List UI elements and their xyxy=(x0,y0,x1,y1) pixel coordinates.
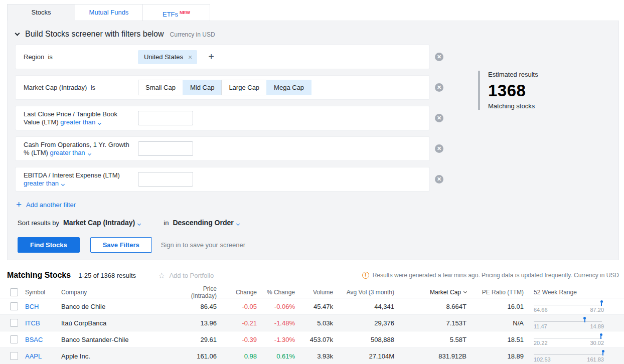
symbol-link[interactable]: BSAC xyxy=(25,336,61,343)
column-header-price[interactable]: Price (Intraday) xyxy=(176,285,217,299)
filter-value-input[interactable] xyxy=(138,141,193,156)
remove-filter-button[interactable]: ✕ xyxy=(435,144,443,153)
market-cap-cell: 7.153T xyxy=(394,319,466,327)
market-cap-segments: Small Cap Mid Cap Large Cap Mega Cap xyxy=(138,80,311,95)
symbol-link[interactable]: BCH xyxy=(25,303,61,310)
filter-operator: is xyxy=(48,53,52,61)
range-slider xyxy=(534,350,604,356)
filter-controls xyxy=(138,111,193,125)
save-filters-button[interactable]: Save Filters xyxy=(90,237,152,253)
collapse-chevron-icon[interactable] xyxy=(15,31,20,36)
select-all-checkbox[interactable] xyxy=(10,288,18,296)
column-header-market-cap[interactable]: Market Cap xyxy=(394,289,466,296)
filter-card-region: Region is United States × + xyxy=(16,45,429,69)
remove-filter-button[interactable]: ✕ xyxy=(435,175,443,184)
segment-mid-cap[interactable]: Mid Cap xyxy=(183,80,221,95)
volume-cell: 453.07k xyxy=(295,336,333,343)
currency-note: Currency in USD xyxy=(170,31,215,38)
column-header-52wk-range[interactable]: 52 Week Range xyxy=(524,289,609,296)
filter-controls: United States × + xyxy=(138,50,214,64)
operator-dropdown[interactable]: greater than xyxy=(24,179,64,187)
table-row[interactable]: AAPL Apple Inc. 161.06 0.98 0.61% 3.93k … xyxy=(0,348,624,364)
column-header-volume[interactable]: Volume xyxy=(295,289,333,296)
warning-icon: ! xyxy=(362,272,369,279)
range-low-label: 11.47 xyxy=(534,323,547,329)
column-header-pe-ratio[interactable]: PE Ratio (TTM) xyxy=(466,289,524,296)
operator-dropdown[interactable]: greater than xyxy=(60,118,101,126)
segment-small-cap[interactable]: Small Cap xyxy=(138,80,183,95)
symbol-link[interactable]: AAPL xyxy=(25,352,61,360)
symbol-link[interactable]: ITCB xyxy=(25,319,61,327)
estimated-results-title: Estimated results xyxy=(488,71,538,78)
operator-dropdown[interactable]: greater than xyxy=(50,149,91,156)
change-cell: -0.39 xyxy=(217,336,257,343)
range-low-label: 64.66 xyxy=(534,307,548,313)
column-header-symbol[interactable]: Symbol xyxy=(25,289,61,296)
screener-title: Build Stocks screener with filters below xyxy=(25,30,164,39)
operator-label: greater than xyxy=(50,149,85,156)
row-checkbox[interactable] xyxy=(10,302,18,310)
filter-value-input[interactable] xyxy=(138,111,193,125)
add-to-portfolio-label: Add to Portfolio xyxy=(169,272,214,279)
row-checkbox[interactable] xyxy=(10,319,18,327)
remove-filter-button[interactable]: ✕ xyxy=(435,83,443,92)
segment-large-cap[interactable]: Large Cap xyxy=(221,80,266,95)
column-header-company[interactable]: Company xyxy=(61,289,176,296)
sort-field-dropdown[interactable]: Market Cap (Intraday) xyxy=(63,219,140,227)
pct-change-cell: -1.48% xyxy=(257,319,295,327)
matching-stocks-section: Matching Stocks 1-25 of 1368 results ☆ A… xyxy=(0,270,624,364)
tab-stocks[interactable]: Stocks xyxy=(7,4,75,21)
chevron-down-icon xyxy=(98,121,101,124)
chevron-down-icon xyxy=(137,222,141,226)
price-cell: 86.45 xyxy=(176,303,217,310)
range-slider xyxy=(534,333,604,340)
chevron-down-icon xyxy=(88,151,91,155)
filter-card-cash-ops: Cash From Operations, 1 Yr. Growth % (LT… xyxy=(16,137,429,160)
row-checkbox[interactable] xyxy=(10,335,18,343)
filter-value-input[interactable] xyxy=(138,172,193,187)
region-chip-label: United States xyxy=(144,53,183,61)
range-slider xyxy=(534,300,604,307)
remove-filter-button[interactable]: ✕ xyxy=(435,114,443,122)
add-another-filter-link[interactable]: + Add another filter xyxy=(16,199,618,210)
sort-prefix: Sort results by xyxy=(18,219,59,227)
range-marker-icon xyxy=(601,350,604,355)
tab-etfs[interactable]: ETFsNEW xyxy=(142,4,210,21)
pe-ratio-cell: 18.51 xyxy=(466,336,524,343)
results-count: 1-25 of 1368 results xyxy=(78,272,136,279)
plus-icon: + xyxy=(16,199,22,210)
range-high-label: 161.83 xyxy=(587,356,604,362)
sort-order-dropdown[interactable]: Descending Order xyxy=(173,219,239,227)
column-header-change[interactable]: Change xyxy=(217,289,257,296)
estimated-results-bar xyxy=(478,71,480,110)
row-checkbox[interactable] xyxy=(10,352,18,360)
table-row[interactable]: ITCB Itaú CorpBanca 13.96 -0.21 -1.48% 5… xyxy=(0,315,624,331)
screener-panel: Build Stocks screener with filters below… xyxy=(7,21,619,260)
tab-mutual-funds[interactable]: Mutual Funds xyxy=(75,4,142,21)
table-row[interactable]: BSAC Banco Santander-Chile 29.61 -0.39 -… xyxy=(0,331,624,348)
screener-tabbar: Stocks Mutual Funds ETFsNEW xyxy=(7,4,210,21)
remove-region-icon[interactable]: × xyxy=(188,53,192,61)
filter-name: Region xyxy=(24,53,44,61)
add-to-portfolio-button[interactable]: ☆ Add to Portfolio xyxy=(158,271,214,280)
52wk-range-cell: 11.47 14.89 xyxy=(524,317,609,329)
add-region-icon[interactable]: + xyxy=(208,51,214,63)
region-chip-united-states[interactable]: United States × xyxy=(138,50,197,64)
filter-name: Market Cap (Intraday) xyxy=(24,84,87,91)
change-cell: -0.05 xyxy=(217,303,257,310)
remove-filter-button[interactable]: ✕ xyxy=(435,53,443,61)
avg-vol-cell: 27.104M xyxy=(333,352,394,360)
segment-mega-cap[interactable]: Mega Cap xyxy=(266,80,311,95)
table-row[interactable]: BCH Banco de Chile 86.45 -0.05 -0.06% 45… xyxy=(0,298,624,315)
price-cell: 29.61 xyxy=(176,336,217,343)
range-marker-icon xyxy=(600,300,603,306)
filter-card-market-cap: Market Cap (Intraday) is Small Cap Mid C… xyxy=(16,76,429,99)
column-header-pct-change[interactable]: % Change xyxy=(257,289,295,296)
avg-vol-cell: 29,376 xyxy=(333,319,394,327)
range-track-line xyxy=(534,338,602,338)
find-stocks-button[interactable]: Find Stocks xyxy=(18,237,80,253)
column-header-avg-vol[interactable]: Avg Vol (3 month) xyxy=(333,289,394,296)
results-table-header: Symbol Company Price (Intraday) Change %… xyxy=(0,285,624,298)
screener-header: Build Stocks screener with filters below… xyxy=(8,21,618,45)
estimated-results-block: Estimated results 1368 Matching stocks xyxy=(478,71,538,110)
